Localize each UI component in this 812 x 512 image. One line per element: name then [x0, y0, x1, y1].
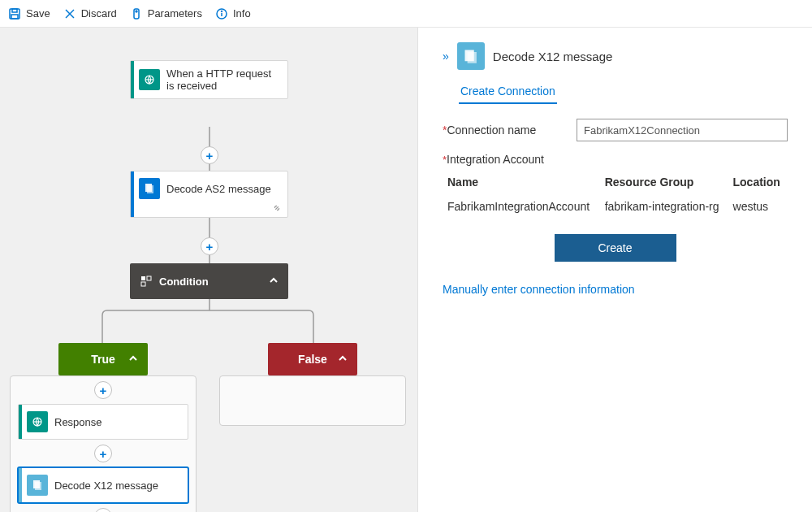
false-label: False [298, 353, 327, 366]
svg-rect-16 [147, 185, 153, 193]
col-resource-group: Resource Group [602, 171, 728, 193]
svg-rect-18 [147, 276, 151, 280]
http-icon [27, 411, 48, 432]
node-condition[interactable]: Condition [130, 263, 288, 299]
info-icon [215, 7, 228, 20]
chevron-up-icon [269, 276, 279, 288]
false-header[interactable]: False [268, 343, 357, 375]
condition-label: Condition [159, 276, 209, 288]
parameters-icon [130, 7, 143, 20]
add-step-button[interactable]: + [94, 445, 112, 462]
integration-account-label: Integration Account [447, 153, 544, 166]
workflow-canvas: When a HTTP request is received + Decode… [0, 28, 418, 512]
connection-name-label: Connection name [447, 124, 536, 137]
svg-rect-2 [11, 15, 18, 19]
svg-rect-23 [35, 482, 41, 490]
true-branch: True + Response + [10, 343, 197, 512]
config-panel: » Decode X12 message Create Connection *… [418, 28, 812, 512]
toolbar: Save Discard Parameters Info [0, 0, 812, 28]
panel-title: Decode X12 message [493, 50, 613, 63]
document-icon [27, 475, 48, 496]
collapse-panel-button[interactable]: » [443, 50, 449, 63]
tab-create-connection[interactable]: Create Connection [459, 80, 557, 104]
table-row[interactable]: FabrikamIntegrationAccount fabrikam-inte… [444, 195, 786, 218]
false-branch: False [219, 343, 406, 426]
svg-rect-25 [467, 52, 476, 63]
node-http-trigger[interactable]: When a HTTP request is received [130, 60, 288, 99]
false-branch-container [219, 375, 406, 426]
save-label: Save [26, 7, 50, 20]
connection-name-input[interactable] [577, 119, 788, 141]
info-label: Info [233, 7, 251, 20]
add-step-button[interactable]: + [201, 146, 218, 164]
col-location: Location [730, 171, 786, 193]
create-button[interactable]: Create [555, 234, 676, 262]
parameters-label: Parameters [148, 7, 202, 20]
link-icon [271, 202, 283, 214]
svg-rect-17 [141, 276, 145, 280]
save-button[interactable]: Save [8, 7, 50, 20]
integration-account-table: Name Resource Group Location FabrikamInt… [443, 169, 788, 219]
connection-name-row: *Connection name [443, 119, 788, 141]
manual-connection-link[interactable]: Manually enter connection information [443, 283, 788, 296]
chevron-up-icon [338, 353, 348, 366]
node-response[interactable]: Response [18, 404, 188, 440]
node-label: Decode X12 message [54, 479, 158, 492]
x12-icon [457, 42, 485, 70]
node-label: Decode AS2 message [166, 183, 271, 195]
document-icon [139, 178, 160, 199]
save-icon [8, 7, 21, 20]
svg-point-6 [136, 11, 137, 12]
close-icon [63, 7, 76, 20]
true-header[interactable]: True [58, 343, 148, 375]
true-branch-container: + Response + [10, 375, 197, 512]
svg-point-9 [221, 11, 222, 11]
condition-icon [140, 275, 153, 288]
svg-rect-1 [12, 9, 17, 12]
node-decode-x12[interactable]: Decode X12 message [18, 467, 188, 503]
parameters-button[interactable]: Parameters [130, 7, 202, 20]
node-label: Response [54, 416, 102, 428]
main-split: When a HTTP request is received + Decode… [0, 28, 812, 512]
chevron-up-icon [128, 353, 138, 366]
discard-button[interactable]: Discard [63, 7, 117, 20]
svg-rect-19 [141, 282, 145, 286]
node-decode-as2[interactable]: Decode AS2 message [130, 171, 288, 218]
info-button[interactable]: Info [215, 7, 251, 20]
node-label: When a HTTP request is received [166, 67, 281, 92]
col-name: Name [444, 171, 600, 193]
add-step-button[interactable]: + [201, 237, 218, 255]
true-label: True [91, 353, 115, 366]
add-step-button[interactable]: + [94, 508, 112, 512]
http-icon [139, 69, 160, 90]
add-step-button[interactable]: + [94, 381, 112, 399]
discard-label: Discard [81, 7, 117, 20]
